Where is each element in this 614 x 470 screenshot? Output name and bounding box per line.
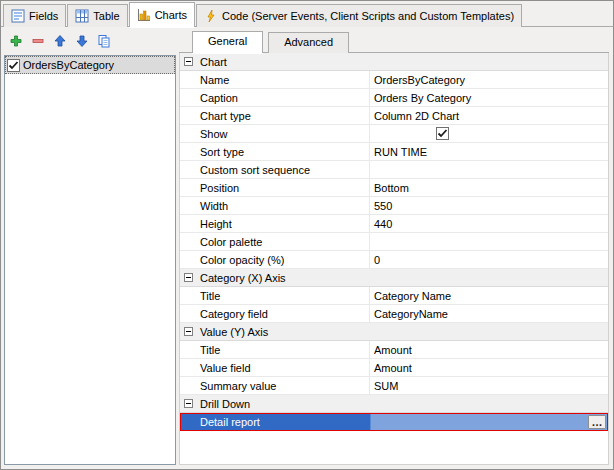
property-value[interactable] [370,161,608,178]
copy-icon [97,34,111,48]
property-name: Sort type [180,143,370,160]
category-label: Drill Down [200,398,250,410]
property-name: Name [180,71,370,88]
property-name: Height [180,215,370,232]
property-category-row[interactable]: Value (Y) Axis [180,323,608,341]
property-value[interactable]: SUM [370,377,608,394]
move-up-button[interactable] [50,32,69,51]
property-name: Title [180,341,370,358]
property-name: Caption [180,89,370,106]
property-row[interactable]: Custom sort sequence [180,161,608,179]
property-name: Category field [180,305,370,322]
property-name: Position [180,179,370,196]
property-row[interactable]: Detail report… [180,413,608,431]
property-value[interactable]: Bottom [370,179,608,196]
property-category-row[interactable]: Chart [180,53,608,71]
property-value[interactable]: CategoryName [370,305,608,322]
tab-fields[interactable]: Fields [3,4,66,27]
tab-label: Charts [155,9,187,21]
editor-body: OrdersByCategory GeneralAdvanced ChartNa… [1,27,613,469]
property-row[interactable]: NameOrdersByCategory [180,71,608,89]
property-name: Width [180,197,370,214]
property-row[interactable]: Chart typeColumn 2D Chart [180,107,608,125]
property-name: Color palette [180,233,370,250]
property-row[interactable]: Width550 [180,197,608,215]
tab-label: Table [93,10,119,22]
property-row[interactable]: Show [180,125,608,143]
property-row[interactable]: Sort typeRUN TIME [180,143,608,161]
property-value[interactable]: 550 [370,197,608,214]
property-row[interactable]: Color opacity (%)0 [180,251,608,269]
move-down-button[interactable] [72,32,91,51]
tab-label: Code (Server Events, Client Scripts and … [222,10,514,22]
property-name: Value field [180,359,370,376]
fields-icon [11,9,25,23]
property-name: Show [180,125,370,142]
properties-tab-bar: GeneralAdvanced [179,31,609,53]
collapse-minus-icon[interactable] [184,327,193,336]
minus-icon [31,34,45,48]
tab-label: Fields [29,10,58,22]
property-value[interactable] [370,233,608,250]
property-row[interactable]: Value fieldAmount [180,359,608,377]
property-value[interactable]: 0 [370,251,608,268]
add-button[interactable] [6,32,25,51]
charts-icon [137,8,151,22]
category-label: Category (X) Axis [200,272,286,284]
property-value[interactable] [370,125,608,142]
property-name: Color opacity (%) [180,251,370,268]
property-value[interactable]: 440 [370,215,608,232]
tab-table[interactable]: Table [67,4,127,27]
collapse-minus-icon[interactable] [184,399,193,408]
property-name: Chart type [180,107,370,124]
property-name: Detail report [181,414,371,430]
property-value[interactable]: Amount [370,359,608,376]
code-icon [204,9,218,23]
copy-button[interactable] [94,32,113,51]
main-tab-bar: FieldsTableChartsCode (Server Events, Cl… [1,1,613,27]
property-row[interactable]: Summary valueSUM [180,377,608,395]
chart-list-panel: OrdersByCategory [1,27,178,469]
property-value[interactable]: Column 2D Chart [370,107,608,124]
collapse-minus-icon[interactable] [184,57,193,66]
chart-visible-checkbox[interactable] [7,59,20,72]
delete-button[interactable] [28,32,47,51]
tab-code[interactable]: Code (Server Events, Client Scripts and … [196,4,522,27]
table-icon [75,9,89,23]
arrow-down-icon [75,34,89,48]
property-name: Summary value [180,377,370,394]
property-row[interactable]: TitleAmount [180,341,608,359]
chart-list-item-label: OrdersByCategory [20,58,117,72]
category-label: Chart [200,56,227,68]
show-checkbox[interactable] [436,127,449,140]
property-value[interactable]: … [371,414,607,430]
property-category-row[interactable]: Drill Down [180,395,608,413]
property-name: Custom sort sequence [180,161,370,178]
tab-charts[interactable]: Charts [129,2,195,27]
property-row[interactable]: PositionBottom [180,179,608,197]
property-category-row[interactable]: Category (X) Axis [180,269,608,287]
plus-icon [9,34,23,48]
property-value[interactable]: RUN TIME [370,143,608,160]
property-value[interactable]: Amount [370,341,608,358]
chart-list-toolbar [4,29,176,53]
tab-general[interactable]: General [192,31,263,53]
properties-panel: GeneralAdvanced ChartNameOrdersByCategor… [178,27,613,469]
category-label: Value (Y) Axis [200,326,268,338]
property-value[interactable]: Orders By Category [370,89,608,106]
property-row[interactable]: Height440 [180,215,608,233]
property-row[interactable]: TitleCategory Name [180,287,608,305]
arrow-up-icon [53,34,67,48]
chart-list[interactable]: OrdersByCategory [4,55,176,465]
tab-advanced[interactable]: Advanced [268,32,349,53]
property-row[interactable]: CaptionOrders By Category [180,89,608,107]
chart-editor-window: FieldsTableChartsCode (Server Events, Cl… [0,0,614,470]
property-value[interactable]: Category Name [370,287,608,304]
property-value[interactable]: OrdersByCategory [370,71,608,88]
property-row[interactable]: Category fieldCategoryName [180,305,608,323]
chart-list-item[interactable]: OrdersByCategory [5,56,175,74]
property-row[interactable]: Color palette [180,233,608,251]
property-name: Title [180,287,370,304]
ellipsis-button[interactable]: … [588,415,606,429]
collapse-minus-icon[interactable] [184,273,193,282]
